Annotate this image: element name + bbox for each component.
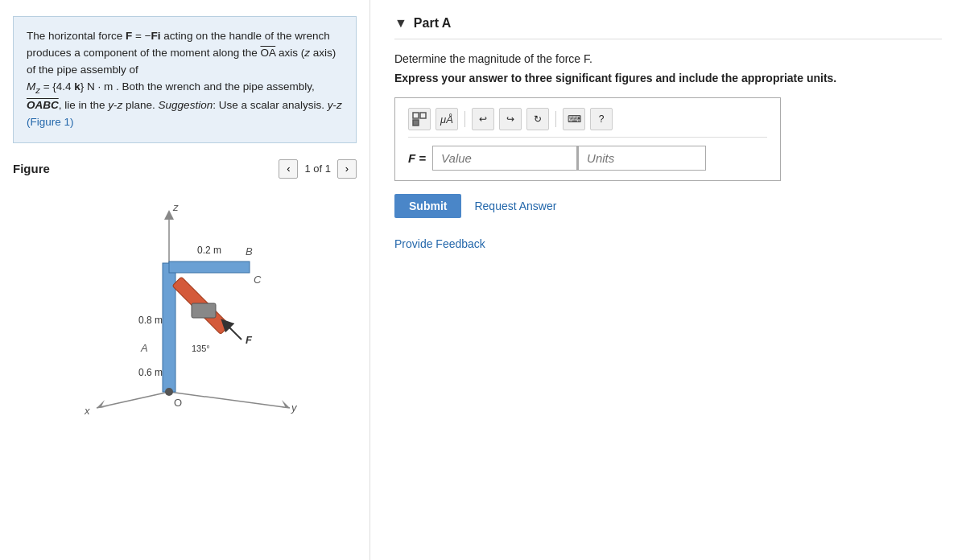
- figure-link[interactable]: (Figure 1): [27, 116, 74, 128]
- answer-box: μÅ ↩ ↪ ↻ ⌨ ? F =: [394, 97, 781, 181]
- mz-formula: Mz: [27, 80, 40, 93]
- svg-text:C: C: [254, 274, 262, 286]
- suggestion-italic: Suggestion: [159, 99, 213, 111]
- svg-line-2: [169, 392, 290, 408]
- left-panel: The horizontal force F = −Fi acting on t…: [0, 0, 370, 560]
- mu-icon[interactable]: μÅ: [436, 108, 458, 130]
- redo-icon[interactable]: ↪: [499, 108, 522, 130]
- undo-icon[interactable]: ↩: [472, 108, 494, 130]
- instruction-text: Express your answer to three significant…: [394, 72, 942, 84]
- svg-text:A: A: [140, 342, 148, 354]
- z-italic: z: [304, 47, 310, 59]
- svg-text:y: y: [291, 401, 298, 414]
- svg-text:O: O: [174, 397, 182, 409]
- yz-link: y: [328, 99, 333, 111]
- page-indicator: 1 of 1: [304, 163, 331, 175]
- submit-button[interactable]: Submit: [394, 194, 461, 218]
- svg-text:B: B: [246, 245, 253, 257]
- request-answer-link[interactable]: Request Answer: [474, 200, 556, 212]
- toolbar-separator-1: [464, 111, 465, 127]
- svg-line-20: [225, 323, 242, 340]
- svg-rect-9: [169, 261, 250, 273]
- keyboard-icon[interactable]: ⌨: [563, 108, 585, 130]
- right-panel: ▼ Part A Determine the magnitude of the …: [370, 0, 966, 560]
- force-bold-f: F: [126, 30, 132, 42]
- svg-text:x: x: [84, 405, 90, 417]
- next-figure-button[interactable]: ›: [337, 159, 357, 179]
- svg-rect-23: [413, 113, 419, 118]
- figure-header: Figure ‹ 1 of 1 ›: [13, 159, 357, 179]
- part-title: Part A: [414, 16, 452, 31]
- figure-section: Figure ‹ 1 of 1 › z y: [13, 159, 357, 428]
- problem-statement: The horizontal force F = −Fi acting on t…: [13, 16, 357, 143]
- svg-text:135°: 135°: [192, 344, 210, 353]
- figure-svg: z y x O A: [64, 191, 306, 424]
- force-fi: Fi: [151, 30, 161, 42]
- svg-rect-24: [420, 113, 426, 118]
- z-italic2: z: [118, 99, 123, 111]
- value-input[interactable]: [432, 146, 577, 171]
- answer-toolbar: μÅ ↩ ↪ ↻ ⌨ ?: [408, 108, 767, 138]
- question-text: Determine the magnitude of the force F.: [394, 52, 942, 65]
- equation-label: F =: [408, 151, 426, 165]
- svg-rect-25: [413, 120, 419, 126]
- svg-text:F: F: [246, 334, 253, 346]
- figure-label: Figure: [13, 162, 50, 175]
- help-icon[interactable]: ?: [590, 108, 613, 130]
- refresh-icon[interactable]: ↻: [526, 108, 549, 130]
- oabc-label: OABC: [27, 99, 59, 111]
- prev-figure-button[interactable]: ‹: [279, 159, 298, 179]
- figure-container: z y x O A: [56, 187, 314, 428]
- toolbar-separator-2: [555, 111, 556, 127]
- svg-rect-8: [163, 263, 175, 392]
- provide-feedback-link[interactable]: Provide Feedback: [394, 237, 485, 250]
- yz-italic: y: [108, 99, 114, 111]
- figure-nav: ‹ 1 of 1 ›: [279, 159, 357, 179]
- z-link2: z: [336, 99, 342, 111]
- collapse-arrow[interactable]: ▼: [394, 16, 407, 31]
- svg-text:z: z: [172, 201, 179, 213]
- part-header: ▼ Part A: [394, 16, 942, 39]
- k-bold: k: [74, 80, 80, 93]
- submit-row: Submit Request Answer: [394, 194, 942, 218]
- svg-text:0.8 m: 0.8 m: [138, 315, 163, 326]
- svg-text:0.2 m: 0.2 m: [197, 245, 221, 256]
- svg-rect-19: [192, 303, 216, 318]
- svg-text:0.6 m: 0.6 m: [138, 367, 163, 378]
- svg-point-10: [165, 388, 173, 396]
- input-row: F =: [408, 146, 767, 171]
- oa-overline: OA: [260, 47, 275, 59]
- svg-line-5: [97, 392, 169, 408]
- units-input[interactable]: [577, 146, 706, 171]
- matrix-icon[interactable]: [408, 108, 431, 130]
